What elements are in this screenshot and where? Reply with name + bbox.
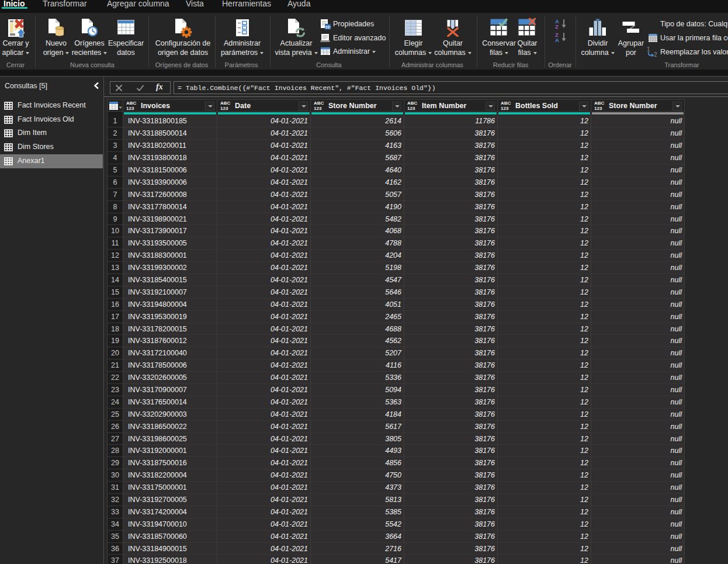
svg-text:Z: Z xyxy=(555,23,559,29)
svg-text:1: 1 xyxy=(647,47,650,53)
svg-text:2: 2 xyxy=(654,51,657,57)
